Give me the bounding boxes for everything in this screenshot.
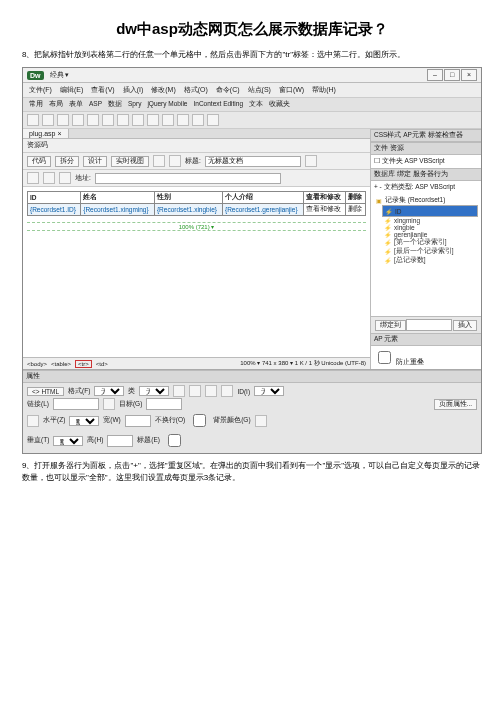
- recordset-root[interactable]: ▣ 记录集 (Recordset1): [374, 196, 478, 205]
- toolbar-icon[interactable]: [169, 155, 181, 167]
- toolbar-icon[interactable]: [102, 114, 114, 126]
- menu-format[interactable]: 格式(O): [184, 85, 208, 95]
- toolbar-icon[interactable]: [117, 114, 129, 126]
- prevent-overlap-check[interactable]: 防止重叠: [374, 358, 424, 365]
- toolbar-icon[interactable]: [27, 114, 39, 126]
- height-input[interactable]: [107, 435, 133, 447]
- nowrap-checkbox[interactable]: [193, 414, 206, 427]
- format-select[interactable]: 无: [94, 386, 124, 396]
- toolbar-icon[interactable]: [153, 155, 165, 167]
- id-select[interactable]: 无: [254, 386, 284, 396]
- toolbar-icon[interactable]: [87, 114, 99, 126]
- td-intro[interactable]: {Recordset1.gerenjianjie}: [222, 204, 303, 216]
- close-button[interactable]: ×: [461, 69, 477, 81]
- tag-tr-selected[interactable]: <tr>: [75, 360, 92, 368]
- data-table[interactable]: ID 姓名 性别 个人介绍 查看和修改 删除 {Recordset1.ID} {…: [27, 191, 366, 216]
- td-delete[interactable]: 删除: [346, 204, 366, 216]
- menu-view[interactable]: 查看(V): [91, 85, 114, 95]
- tab-data[interactable]: 数据: [108, 100, 122, 109]
- toolbar-icon[interactable]: [132, 114, 144, 126]
- th-delete[interactable]: 删除: [346, 192, 366, 204]
- binding-xingbie[interactable]: ⚡xingbie: [382, 224, 478, 231]
- address-input[interactable]: [95, 173, 281, 184]
- nav-fwd-icon[interactable]: [43, 172, 55, 184]
- binding-total[interactable]: ⚡[总记录数]: [382, 256, 478, 265]
- tab-spry[interactable]: Spry: [128, 100, 141, 109]
- tab-form[interactable]: 表单: [69, 100, 83, 109]
- menu-window[interactable]: 窗口(W): [279, 85, 304, 95]
- binding-id[interactable]: ⚡ID: [382, 205, 478, 217]
- design-canvas[interactable]: ID 姓名 性别 个人介绍 查看和修改 删除 {Recordset1.ID} {…: [23, 187, 370, 357]
- bg-color-swatch[interactable]: [255, 415, 267, 427]
- tab-ice[interactable]: InContext Editing: [194, 100, 244, 109]
- toolbar-icon[interactable]: [305, 155, 317, 167]
- tab-fav[interactable]: 收藏夹: [269, 100, 290, 109]
- maximize-button[interactable]: □: [444, 69, 460, 81]
- list-icon[interactable]: [205, 385, 217, 397]
- td-name[interactable]: {Recordset1.xingming}: [81, 204, 155, 216]
- tab-common[interactable]: 常用: [29, 100, 43, 109]
- td-id[interactable]: {Recordset1.ID}: [28, 204, 81, 216]
- binding-first-index[interactable]: ⚡[第一个记录索引]: [382, 238, 478, 247]
- home-icon[interactable]: [59, 172, 71, 184]
- bind-target-input[interactable]: [406, 319, 452, 331]
- bind-to-button[interactable]: 绑定到: [375, 320, 406, 331]
- menu-site[interactable]: 站点(S): [248, 85, 271, 95]
- props-html-tab[interactable]: <> HTML: [27, 387, 64, 396]
- view-design-button[interactable]: 设计: [83, 156, 107, 167]
- binding-last-index[interactable]: ⚡[最后一个记录索引]: [382, 247, 478, 256]
- th-intro[interactable]: 个人介绍: [222, 192, 303, 204]
- view-split-button[interactable]: 拆分: [55, 156, 79, 167]
- target-input[interactable]: [146, 398, 182, 410]
- files-panel-tabs[interactable]: 文件 资源: [371, 142, 481, 155]
- tab-text[interactable]: 文本: [249, 100, 263, 109]
- link-browse-icon[interactable]: [103, 398, 115, 410]
- toolbar-icon[interactable]: [177, 114, 189, 126]
- db-doctype[interactable]: + - 文档类型: ASP VBScript: [371, 181, 481, 194]
- tab-jquery[interactable]: jQuery Mobile: [147, 100, 187, 109]
- link-input[interactable]: [53, 398, 99, 410]
- ap-panel-header[interactable]: AP 元素: [371, 333, 481, 346]
- title-input[interactable]: [205, 156, 301, 167]
- toolbar-icon[interactable]: [192, 114, 204, 126]
- nav-back-icon[interactable]: [27, 172, 39, 184]
- menu-insert[interactable]: 插入(I): [123, 85, 144, 95]
- tag-table[interactable]: <table>: [51, 361, 71, 367]
- italic-icon[interactable]: [189, 385, 201, 397]
- minimize-button[interactable]: –: [427, 69, 443, 81]
- insert-button[interactable]: 插入: [453, 320, 477, 331]
- binding-gerenjianjie[interactable]: ⚡gerenjianjie: [382, 231, 478, 238]
- th-gender[interactable]: 性别: [154, 192, 222, 204]
- menu-edit[interactable]: 编辑(E): [60, 85, 83, 95]
- page-props-button[interactable]: 页面属性...: [434, 399, 477, 410]
- menu-file[interactable]: 文件(F): [29, 85, 52, 95]
- menu-command[interactable]: 命令(C): [216, 85, 240, 95]
- css-panel-tabs[interactable]: CSS样式 AP元素 标签检查器: [371, 129, 481, 142]
- width-input[interactable]: [125, 415, 151, 427]
- db-panel-tabs[interactable]: 数据库 绑定 服务器行为: [371, 168, 481, 181]
- class-select[interactable]: 无: [139, 386, 169, 396]
- view-code-button[interactable]: 代码: [27, 156, 51, 167]
- toolbar-icon[interactable]: [42, 114, 54, 126]
- view-live-button[interactable]: 实时视图: [111, 156, 149, 167]
- th-id[interactable]: ID: [28, 192, 81, 204]
- prevent-overlap-checkbox[interactable]: [378, 351, 391, 364]
- layout-dropdown[interactable]: 经典 ▾: [50, 70, 70, 80]
- th-viewedit[interactable]: 查看和修改: [304, 192, 346, 204]
- tag-body[interactable]: <body>: [27, 361, 47, 367]
- menu-help[interactable]: 帮助(H): [312, 85, 336, 95]
- tab-layout[interactable]: 布局: [49, 100, 63, 109]
- td-viewedit[interactable]: 查看和修改: [304, 204, 346, 216]
- horiz-select[interactable]: 默认: [69, 416, 99, 426]
- td-gender[interactable]: {Recordset1.xingbie}: [154, 204, 222, 216]
- tab-asp[interactable]: ASP: [89, 100, 102, 109]
- toolbar-icon[interactable]: [207, 114, 219, 126]
- binding-xingming[interactable]: ⚡xingming: [382, 217, 478, 224]
- list-icon[interactable]: [221, 385, 233, 397]
- bold-icon[interactable]: [173, 385, 185, 397]
- toolbar-icon[interactable]: [57, 114, 69, 126]
- menu-modify[interactable]: 修改(M): [151, 85, 176, 95]
- th-name[interactable]: 姓名: [81, 192, 155, 204]
- toolbar-icon[interactable]: [72, 114, 84, 126]
- toolbar-icon[interactable]: [147, 114, 159, 126]
